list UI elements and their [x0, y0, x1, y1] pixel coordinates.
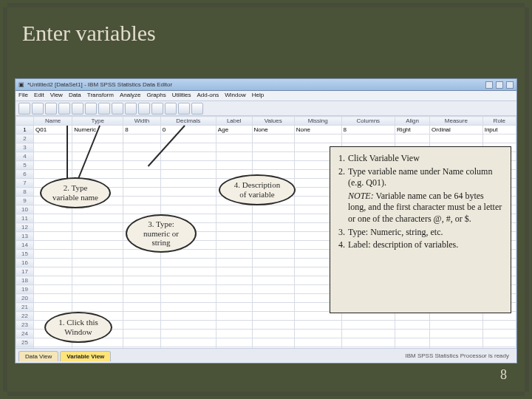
callout-text: variable name	[52, 193, 98, 202]
col-align[interactable]: Align	[395, 117, 430, 126]
callout-text: of variable	[239, 190, 274, 199]
callout-text: 1. Click this	[58, 318, 98, 327]
menu-transform[interactable]: Transform	[87, 92, 114, 100]
col-type[interactable]: Type	[72, 117, 123, 126]
tab-bar: Data View Variable View IBM SPSS Statist…	[16, 348, 516, 363]
col-values[interactable]: Values	[252, 117, 294, 126]
toolbar-button[interactable]	[191, 103, 203, 115]
toolbar-button[interactable]	[98, 103, 110, 115]
note-line	[335, 191, 348, 225]
menu-view[interactable]: View	[50, 92, 63, 100]
cell-label[interactable]: Age	[216, 126, 252, 134]
toolbar-button[interactable]	[58, 103, 70, 115]
slide-title: Enter variables	[10, 10, 522, 53]
menu-window[interactable]: Window	[225, 92, 245, 100]
callout-type-name: 2. Typevariable name	[40, 177, 111, 208]
instruction-number: 3.	[335, 227, 348, 239]
menu-utilities[interactable]: Utilities	[172, 92, 191, 100]
callout-description: 4. Descriptionof variable	[219, 174, 296, 205]
close-button[interactable]	[506, 81, 514, 89]
toolbar-button[interactable]	[18, 103, 30, 115]
col-role[interactable]: Role	[482, 117, 516, 126]
row-number: 1	[16, 126, 34, 134]
col-columns[interactable]: Columns	[341, 117, 395, 126]
toolbar-button[interactable]	[151, 103, 163, 115]
header-row: Name Type Width Decimals Label Values Mi…	[16, 117, 516, 126]
col-missing[interactable]: Missing	[294, 117, 341, 126]
maximize-button[interactable]	[496, 81, 503, 89]
instruction-text: Type: Numeric, string, etc.	[348, 227, 443, 239]
toolbar-button[interactable]	[125, 103, 137, 115]
cell-columns[interactable]: 8	[341, 126, 395, 134]
menu-help[interactable]: Help	[252, 92, 264, 100]
menu-edit[interactable]: Edit	[34, 92, 44, 100]
app-icon: ▣	[18, 81, 24, 88]
callout-click-window: 1. Click thisWindow	[44, 312, 112, 343]
cell-role[interactable]: Input	[482, 126, 516, 134]
menu-file[interactable]: File	[18, 92, 28, 100]
window-title: *Untitled2 [DataSet1] - IBM SPSS Statist…	[27, 81, 172, 88]
instruction-number: 1.	[335, 153, 348, 165]
minimize-button[interactable]	[485, 81, 493, 89]
toolbar-button[interactable]	[112, 103, 123, 115]
instructions-box: 1.Click Variable View 2.Type variable na…	[330, 146, 511, 313]
toolbar-button[interactable]	[178, 103, 190, 115]
toolbar-button[interactable]	[165, 103, 177, 115]
tab-data-view[interactable]: Data View	[18, 351, 58, 361]
status-text: IBM SPSS Statistics Processor is ready	[406, 352, 514, 359]
menubar: File Edit View Data Transform Analyze Gr…	[16, 91, 516, 101]
toolbar-button[interactable]	[72, 103, 83, 115]
menu-analyze[interactable]: Analyze	[120, 92, 140, 100]
cell-width[interactable]: 8	[123, 126, 160, 134]
col-label[interactable]: Label	[216, 117, 252, 126]
toolbar-button[interactable]	[138, 103, 150, 115]
toolbar-button[interactable]	[85, 103, 97, 115]
callout-text: 3. Type:	[148, 219, 174, 228]
col-measure[interactable]: Measure	[430, 117, 483, 126]
callout-text: 2. Type	[64, 183, 88, 192]
tab-variable-view[interactable]: Variable View	[60, 351, 111, 361]
callout-text: string	[151, 238, 170, 247]
variable-row[interactable]: 1 Q01 Numeric 8 0 Age None None 8 Right …	[16, 126, 516, 134]
toolbar-button[interactable]	[32, 103, 44, 115]
callout-type: 3. Type:numeric orstring	[126, 214, 197, 253]
callout-text: 4. Description	[234, 180, 280, 189]
menu-data[interactable]: Data	[69, 92, 81, 100]
spss-titlebar: ▣ *Untitled2 [DataSet1] - IBM SPSS Stati…	[16, 79, 516, 91]
cell-missing[interactable]: None	[294, 126, 341, 134]
toolbar-button[interactable]	[45, 103, 57, 115]
callout-text: numeric or	[143, 229, 179, 238]
instruction-text: Type variable name under Name column (e.…	[348, 166, 503, 189]
instruction-note: NOTE: Variable name can be 64 bytes long…	[348, 191, 503, 225]
cell-align[interactable]: Right	[395, 126, 430, 134]
col-name[interactable]: Name	[34, 117, 72, 126]
instruction-text: Label: description of variables.	[348, 239, 458, 251]
menu-addons[interactable]: Add-ons	[197, 92, 219, 100]
instruction-text: Click Variable View	[348, 153, 420, 165]
col-decimals[interactable]: Decimals	[160, 117, 216, 126]
menu-graphs[interactable]: Graphs	[146, 92, 166, 100]
slide: Enter variables ▣ *Untitled2 [DataSet1] …	[10, 10, 522, 389]
cell-decimals[interactable]: 0	[160, 126, 216, 134]
cell-values[interactable]: None	[252, 126, 294, 134]
toolbar	[16, 101, 516, 116]
col-width[interactable]: Width	[123, 117, 160, 126]
corner-cell	[16, 117, 34, 126]
arrow-icon	[66, 126, 68, 183]
cell-measure[interactable]: Ordinal	[430, 126, 483, 134]
instruction-number: 4.	[335, 239, 348, 251]
callout-text: Window	[64, 327, 92, 336]
instruction-number: 2.	[335, 166, 348, 189]
page-number: 8	[500, 367, 507, 383]
